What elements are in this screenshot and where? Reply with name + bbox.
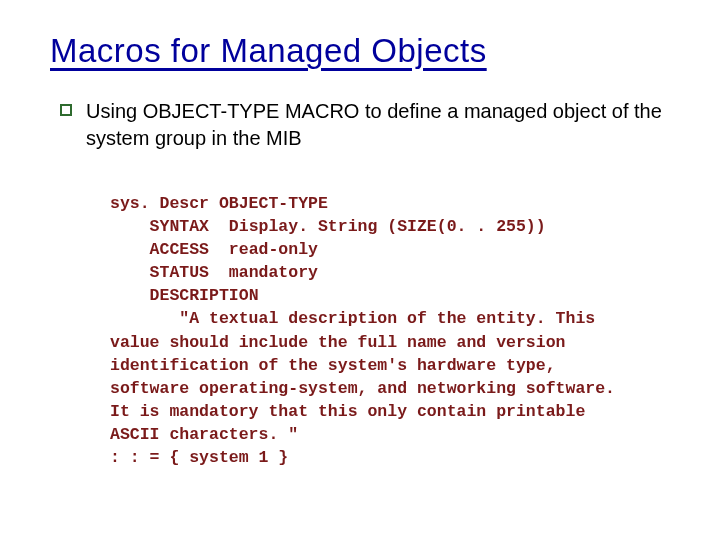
bullet-item: Using OBJECT-TYPE MACRO to define a mana… bbox=[60, 98, 680, 152]
code-block: sys. Descr OBJECT-TYPE SYNTAX Display. S… bbox=[110, 192, 660, 469]
slide: Macros for Managed Objects Using OBJECT-… bbox=[0, 0, 720, 540]
page-title: Macros for Managed Objects bbox=[50, 32, 680, 70]
square-bullet-icon bbox=[60, 104, 72, 116]
bullet-text: Using OBJECT-TYPE MACRO to define a mana… bbox=[86, 98, 680, 152]
